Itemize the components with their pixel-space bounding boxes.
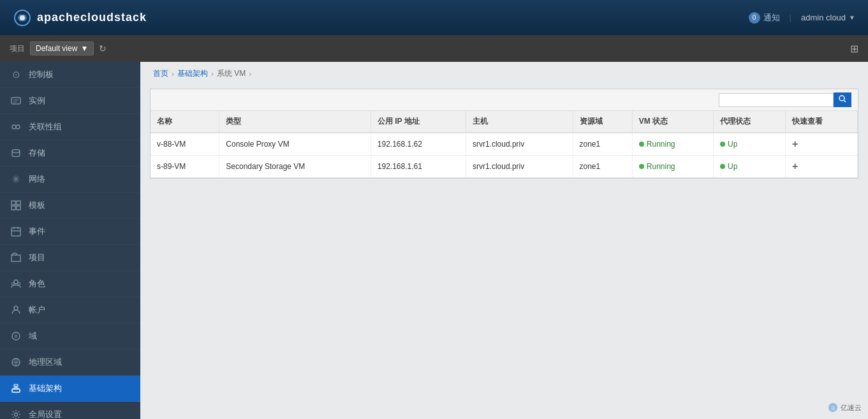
sidebar-label-accounts: 帐户 (29, 304, 45, 316)
logo-text: apachecloudstack (37, 11, 147, 24)
watermark-text: 亿速云 (841, 403, 862, 413)
cell-proxy-status-1: Up (714, 156, 786, 178)
col-header-type: 类型 (219, 111, 371, 133)
search-icon (839, 95, 846, 103)
sidebar-item-accounts[interactable]: 帐户 (0, 297, 140, 323)
breadcrumb-infra[interactable]: 基础架构 (177, 68, 208, 79)
breadcrumb-current: 系统 VM (217, 68, 246, 79)
sidebar-label-affinity: 关联性组 (29, 121, 62, 133)
projects-icon (10, 251, 22, 264)
project-area: 项目 Default view ▼ ↻ (10, 41, 107, 55)
col-header-host: 主机 (466, 111, 573, 133)
cell-public-ip-0: 192.168.1.62 (371, 133, 466, 156)
search-button[interactable] (834, 92, 851, 107)
sidebar-label-infrastructure: 基础架构 (29, 383, 62, 394)
geo-regions-icon (10, 356, 22, 369)
user-area[interactable]: admin cloud ▼ (801, 13, 855, 22)
cell-quick-add-1[interactable]: + (785, 156, 857, 178)
svg-point-4 (16, 125, 20, 129)
sidebar: ⊙ 控制板 实例 关联性组 存储 网络 (0, 62, 140, 419)
breadcrumb: 首页 › 基础架构 › 系统 VM › (140, 62, 868, 85)
sidebar-item-templates[interactable]: 模板 (0, 193, 140, 219)
svg-point-12 (11, 283, 14, 285)
infrastructure-icon (10, 382, 22, 395)
svg-rect-6 (11, 201, 15, 205)
svg-point-20 (15, 413, 18, 416)
sidebar-label-projects: 项目 (29, 252, 45, 263)
svg-point-15 (12, 332, 20, 340)
breadcrumb-sep-1: › (172, 70, 174, 78)
quick-add-button-1[interactable]: + (792, 161, 798, 172)
table-row[interactable]: s-89-VM Secondary Storage VM 192.168.1.6… (151, 156, 858, 178)
sidebar-item-global-settings[interactable]: 全局设置 (0, 402, 140, 419)
notification-area[interactable]: 0 通知 (749, 12, 780, 24)
sidebar-item-events[interactable]: 事件 (0, 219, 140, 245)
svg-point-3 (12, 125, 16, 129)
svg-rect-10 (11, 228, 20, 236)
svg-point-14 (14, 306, 18, 310)
notification-label: 通知 (763, 12, 780, 24)
search-input[interactable] (719, 93, 834, 107)
table-header-row: 名称 类型 公用 IP 地址 主机 资源域 VM 状态 代理状态 快速查看 (151, 111, 858, 133)
project-label: 项目 (10, 43, 25, 54)
quick-add-button-0[interactable]: + (792, 138, 798, 149)
sidebar-label-events: 事件 (29, 226, 45, 237)
sidebar-label-roles: 角色 (29, 278, 45, 290)
sidebar-item-geo-regions[interactable]: 地理区域 (0, 349, 140, 376)
svg-rect-8 (11, 206, 15, 210)
svg-text:云: 云 (831, 406, 835, 410)
vm-status-text-0: Running (647, 140, 675, 149)
roles-icon (10, 277, 22, 290)
content-area: 首页 › 基础架构 › 系统 VM › 名称 类型 (140, 62, 868, 419)
system-vm-table: 名称 类型 公用 IP 地址 主机 资源域 VM 状态 代理状态 快速查看 v-… (151, 111, 858, 178)
cell-type-1: Secondary Storage VM (219, 156, 371, 178)
svg-point-13 (18, 283, 20, 285)
sidebar-item-domains[interactable]: 域 (0, 323, 140, 349)
svg-rect-19 (14, 385, 18, 386)
sidebar-item-projects[interactable]: 项目 (0, 245, 140, 271)
sidebar-item-dashboard[interactable]: ⊙ 控制板 (0, 62, 140, 88)
sidebar-item-roles[interactable]: 角色 (0, 271, 140, 297)
sidebar-item-network[interactable]: 网络 (0, 166, 140, 193)
cell-quick-add-0[interactable]: + (785, 133, 857, 156)
sidebar-label-dashboard: 控制板 (29, 69, 54, 80)
vm-status-dot-0 (639, 142, 644, 147)
sidebar-label-global-settings: 全局设置 (29, 409, 62, 419)
global-settings-icon (10, 408, 22, 419)
dashboard-icon: ⊙ (10, 68, 22, 81)
col-header-name: 名称 (151, 111, 219, 133)
events-icon (10, 225, 22, 238)
network-icon (10, 173, 22, 186)
project-select[interactable]: Default view ▼ (30, 41, 94, 55)
cell-vm-status-0: Running (632, 133, 713, 156)
search-box (719, 92, 851, 107)
watermark-icon: 云 (828, 402, 838, 413)
screen-icon-area[interactable]: ⊞ (850, 43, 858, 55)
sidebar-label-network: 网络 (29, 173, 45, 185)
svg-rect-9 (17, 206, 20, 210)
cell-name-1: s-89-VM (151, 156, 219, 178)
logo-area: apachecloudstack (13, 8, 147, 27)
breadcrumb-home[interactable]: 首页 (153, 68, 168, 79)
watermark: 云 亿速云 (828, 402, 862, 413)
col-header-vm-status: VM 状态 (632, 111, 713, 133)
cell-host-1: srvr1.cloud.priv (466, 156, 573, 178)
breadcrumb-sep-3: › (249, 70, 251, 78)
project-dropdown-arrow: ▼ (80, 44, 88, 53)
header-separator: | (790, 13, 791, 22)
svg-point-16 (15, 335, 17, 337)
sidebar-item-affinity[interactable]: 关联性组 (0, 114, 140, 140)
domains-icon (10, 330, 22, 342)
sidebar-item-infrastructure[interactable]: 基础架构 (0, 376, 140, 402)
sidebar-label-geo-regions: 地理区域 (29, 357, 62, 368)
table-row[interactable]: v-88-VM Console Proxy VM 192.168.1.62 sr… (151, 133, 858, 156)
sidebar-label-instances: 实例 (29, 95, 45, 107)
notification-badge: 0 (749, 12, 760, 24)
sidebar-item-instances[interactable]: 实例 (0, 88, 140, 114)
sidebar-label-templates: 模板 (29, 200, 45, 211)
sidebar-item-storage[interactable]: 存储 (0, 140, 140, 166)
top-header: apachecloudstack 0 通知 | admin cloud ▼ (0, 0, 868, 35)
refresh-button[interactable]: ↻ (99, 43, 107, 54)
logo-icon (13, 8, 32, 27)
cell-resource-domain-0: zone1 (573, 133, 632, 156)
